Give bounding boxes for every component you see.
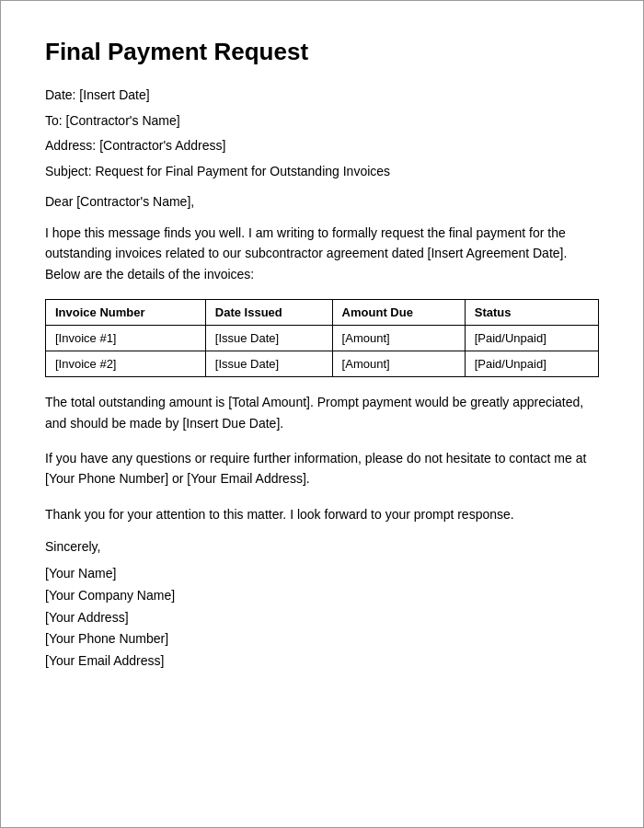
invoice-number-1: [Invoice #1] (46, 326, 206, 351)
signature-address: [Your Address] (45, 607, 599, 629)
to-line: To: [Contractor's Name] (45, 112, 599, 131)
table-row: [Invoice #1] [Issue Date] [Amount] [Paid… (46, 326, 599, 351)
subject-line: Subject: Request for Final Payment for O… (45, 163, 599, 181)
status-2: [Paid/Unpaid] (465, 351, 598, 377)
amount-2: [Amount] (332, 351, 465, 377)
amount-1: [Amount] (332, 326, 465, 351)
paragraph-3: If you have any questions or require fur… (45, 448, 599, 489)
col-header-invoice-number: Invoice Number (46, 300, 206, 326)
signature-name: [Your Name] (45, 563, 599, 585)
paragraph-4: Thank you for your attention to this mat… (45, 504, 599, 524)
status-1: [Paid/Unpaid] (465, 326, 598, 351)
signature-phone: [Your Phone Number] (45, 628, 599, 650)
document-title: Final Payment Request (45, 38, 599, 66)
date-line: Date: [Insert Date] (45, 86, 599, 105)
signature-block: [Your Name] [Your Company Name] [Your Ad… (45, 563, 599, 673)
paragraph-1: I hope this message finds you well. I am… (45, 223, 599, 284)
address-line: Address: [Contractor's Address] (45, 137, 599, 155)
invoice-table: Invoice Number Date Issued Amount Due St… (45, 299, 599, 377)
signature-company: [Your Company Name] (45, 585, 599, 607)
col-header-date-issued: Date Issued (205, 300, 332, 326)
issue-date-2: [Issue Date] (205, 351, 332, 377)
table-header-row: Invoice Number Date Issued Amount Due St… (46, 300, 599, 326)
issue-date-1: [Issue Date] (205, 326, 332, 351)
salutation: Dear [Contractor's Name], (45, 193, 599, 212)
table-row: [Invoice #2] [Issue Date] [Amount] [Paid… (46, 351, 599, 377)
sincerely: Sincerely, (45, 539, 599, 554)
invoice-number-2: [Invoice #2] (46, 351, 206, 377)
col-header-amount-due: Amount Due (332, 300, 465, 326)
document-page: Final Payment Request Date: [Insert Date… (0, 0, 644, 828)
signature-email: [Your Email Address] (45, 650, 599, 673)
paragraph-2: The total outstanding amount is [Total A… (45, 392, 599, 433)
col-header-status: Status (465, 300, 598, 326)
